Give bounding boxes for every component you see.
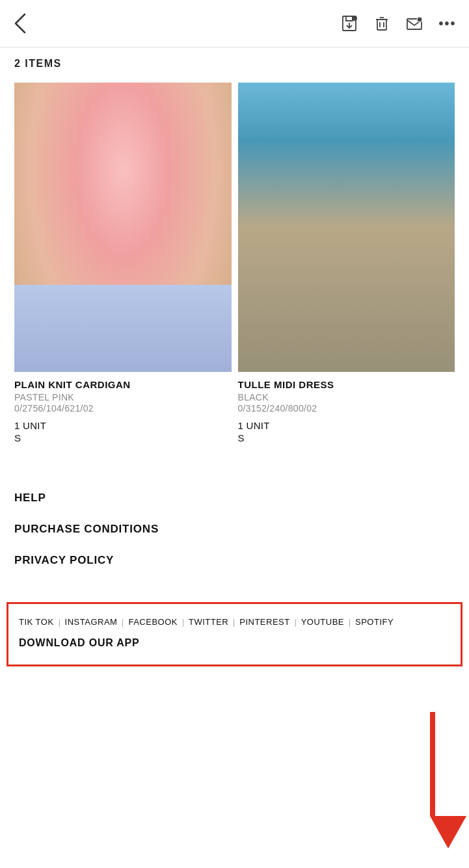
svg-rect-3: [377, 20, 386, 30]
social-links-list: TIK TOK INSTAGRAM FACEBOOK TWITTER PINTE…: [19, 617, 450, 627]
purchase-conditions-link[interactable]: PURCHASE CONDITIONS: [14, 514, 455, 545]
spotify-link[interactable]: SPOTIFY: [355, 617, 394, 627]
instagram-link[interactable]: INSTAGRAM: [65, 617, 129, 627]
save-button[interactable]: [340, 14, 358, 33]
header-actions: [340, 14, 456, 33]
svg-point-9: [417, 17, 422, 22]
product-size-1: S: [14, 432, 232, 443]
email-icon: [405, 14, 423, 33]
product-grid: PLAIN KNIT CARDIGAN PASTEL PINK 0/2756/1…: [0, 76, 469, 450]
more-icon: [438, 14, 456, 33]
save-icon: [340, 14, 358, 33]
product-color-1: PASTEL PINK: [14, 392, 232, 402]
product-name-2: TULLE MIDI DRESS: [238, 378, 455, 391]
product-image-1: [14, 83, 232, 372]
more-button[interactable]: [438, 14, 456, 33]
privacy-policy-link[interactable]: PRIVACY POLICY: [14, 545, 455, 576]
pinterest-link[interactable]: PINTEREST: [239, 617, 301, 627]
product-color-2: BLACK: [238, 392, 455, 402]
product-unit-2: 1 UNIT: [238, 420, 455, 431]
product-card-2[interactable]: TULLE MIDI DRESS BLACK 0/3152/240/800/02…: [238, 83, 455, 450]
product-card-1[interactable]: PLAIN KNIT CARDIGAN PASTEL PINK 0/2756/1…: [14, 83, 232, 450]
product-sku-2: 0/3152/240/800/02: [238, 403, 455, 414]
email-button[interactable]: [405, 14, 423, 33]
tiktok-link[interactable]: TIK TOK: [19, 617, 65, 627]
product-image-2: [238, 83, 455, 372]
product-info-2: TULLE MIDI DRESS BLACK 0/3152/240/800/02…: [238, 372, 455, 451]
download-app-link[interactable]: DOWNLOAD OUR APP: [19, 637, 450, 649]
delete-icon: [373, 14, 391, 33]
help-link[interactable]: HELP: [14, 482, 455, 514]
items-count: 2 ITEMS: [0, 47, 469, 76]
svg-point-2: [352, 16, 357, 21]
product-sku-1: 0/2756/104/621/02: [14, 403, 232, 414]
product-unit-1: 1 UNIT: [14, 420, 232, 431]
svg-point-12: [451, 22, 454, 25]
footer-links: HELP PURCHASE CONDITIONS PRIVACY POLICY: [0, 450, 469, 589]
header: [0, 0, 469, 47]
product-name-1: PLAIN KNIT CARDIGAN: [14, 378, 232, 391]
svg-point-10: [440, 22, 442, 25]
svg-point-11: [446, 22, 448, 25]
header-left: [13, 12, 27, 35]
facebook-link[interactable]: FACEBOOK: [128, 617, 189, 627]
product-size-2: S: [238, 432, 455, 443]
back-button[interactable]: [13, 12, 27, 35]
product-info-1: PLAIN KNIT CARDIGAN PASTEL PINK 0/2756/1…: [14, 372, 232, 451]
youtube-link[interactable]: YOUTUBE: [301, 617, 355, 627]
delete-button[interactable]: [373, 14, 391, 33]
twitter-link[interactable]: TWITTER: [189, 617, 239, 627]
social-footer: TIK TOK INSTAGRAM FACEBOOK TWITTER PINTE…: [7, 602, 462, 666]
